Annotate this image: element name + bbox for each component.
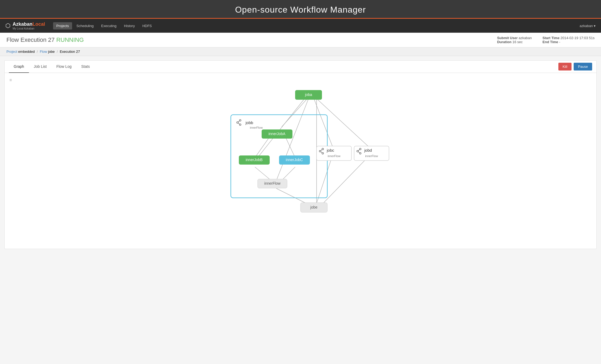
page-title-area: Flow Execution 27 RUNNING bbox=[6, 36, 84, 43]
breadcrumb-flow-value: jobe bbox=[48, 50, 55, 54]
innerjobc-label: innerJobC bbox=[286, 158, 303, 162]
brand-name: AzkabanLocal bbox=[13, 22, 45, 27]
action-buttons: Kill Pause bbox=[558, 61, 592, 73]
svg-point-13 bbox=[237, 122, 238, 123]
jobb-name: jobb bbox=[245, 120, 253, 125]
svg-line-9 bbox=[282, 167, 295, 180]
svg-line-17 bbox=[238, 123, 239, 124]
jobc-sublabel: innerFlow bbox=[328, 154, 340, 158]
kill-button[interactable]: Kill bbox=[558, 63, 572, 70]
app-title: Open-source Workflow Manager bbox=[0, 5, 601, 15]
svg-point-15 bbox=[239, 124, 241, 125]
breadcrumb-project-value: embedded bbox=[18, 50, 35, 54]
nav-hdfs[interactable]: HDFS bbox=[139, 22, 155, 29]
svg-line-8 bbox=[255, 167, 271, 180]
nav-scheduling[interactable]: Scheduling bbox=[73, 22, 97, 29]
logo-icon: ⬡ bbox=[5, 22, 10, 29]
page-title: Flow Execution 27 RUNNING bbox=[6, 36, 84, 43]
breadcrumb-execution: Execution 27 bbox=[60, 50, 80, 54]
graph-menu-icon[interactable]: ≡ bbox=[9, 78, 12, 83]
brand: ⬡ AzkabanLocal My Local Azkaban bbox=[5, 22, 45, 30]
tab-graph[interactable]: Graph bbox=[9, 61, 29, 73]
svg-line-2 bbox=[317, 99, 369, 147]
jobc-name: jobc bbox=[327, 148, 334, 153]
jobd-sublabel: innerFlow bbox=[365, 154, 378, 158]
breadcrumb-flow-label[interactable]: Flow bbox=[40, 50, 47, 54]
jobb-sublabel: innerFlow bbox=[250, 126, 263, 129]
svg-line-11 bbox=[322, 159, 366, 205]
svg-line-10 bbox=[317, 159, 331, 203]
jobd-name: jobd bbox=[364, 148, 372, 153]
navbar: ⬡ AzkabanLocal My Local Azkaban Projects… bbox=[0, 19, 601, 33]
joba-label: joba bbox=[305, 92, 312, 97]
top-banner: Open-source Workflow Manager bbox=[0, 0, 601, 19]
jobb-icon bbox=[237, 120, 241, 125]
submit-user: Submit User azkaban Duration 16 sec bbox=[497, 36, 532, 44]
tabs: Graph Job List Flow Log Stats bbox=[9, 61, 558, 73]
brand-text: AzkabanLocal My Local Azkaban bbox=[13, 22, 45, 30]
nav-user[interactable]: azkaban bbox=[580, 24, 596, 28]
breadcrumb: Project embedded / Flow jobe / Execution… bbox=[0, 47, 601, 56]
content-area: Graph Job List Flow Log Stats Kill Pause… bbox=[4, 60, 597, 249]
page-meta: Submit User azkaban Duration 16 sec Star… bbox=[497, 36, 595, 44]
tab-flow-log[interactable]: Flow Log bbox=[51, 61, 76, 73]
innerjobb-label: innerJobB bbox=[246, 158, 262, 162]
nav-history[interactable]: History bbox=[121, 22, 138, 29]
breadcrumb-project-label[interactable]: Project bbox=[6, 50, 17, 54]
brand-subtitle: My Local Azkaban bbox=[13, 27, 45, 30]
svg-line-4 bbox=[258, 99, 305, 158]
timing: Start Time 2014-02-19 17:03 51s End Time… bbox=[543, 36, 595, 44]
svg-line-5 bbox=[276, 99, 309, 180]
innerjoba-label: innerJobA bbox=[268, 132, 285, 136]
page-header: Flow Execution 27 RUNNING Submit User az… bbox=[0, 33, 601, 47]
nav-executing[interactable]: Executing bbox=[98, 22, 120, 29]
nav-links: Projects Scheduling Executing History HD… bbox=[53, 22, 580, 29]
svg-line-12 bbox=[276, 188, 306, 203]
innerflow-label: innerFlow bbox=[264, 181, 281, 185]
svg-point-14 bbox=[239, 120, 241, 121]
graph-area: ≡ bbox=[5, 73, 596, 249]
svg-line-16 bbox=[238, 121, 239, 122]
tab-bar: Graph Job List Flow Log Stats Kill Pause bbox=[5, 61, 596, 73]
nav-projects[interactable]: Projects bbox=[53, 22, 72, 29]
tab-job-list[interactable]: Job List bbox=[29, 61, 51, 73]
jobe-label: jobe bbox=[310, 205, 318, 209]
tab-stats[interactable]: Stats bbox=[76, 61, 95, 73]
workflow-graph: joba jobb innerFlow innerJobA innerJobB … bbox=[9, 77, 592, 243]
pause-button[interactable]: Pause bbox=[574, 63, 592, 70]
